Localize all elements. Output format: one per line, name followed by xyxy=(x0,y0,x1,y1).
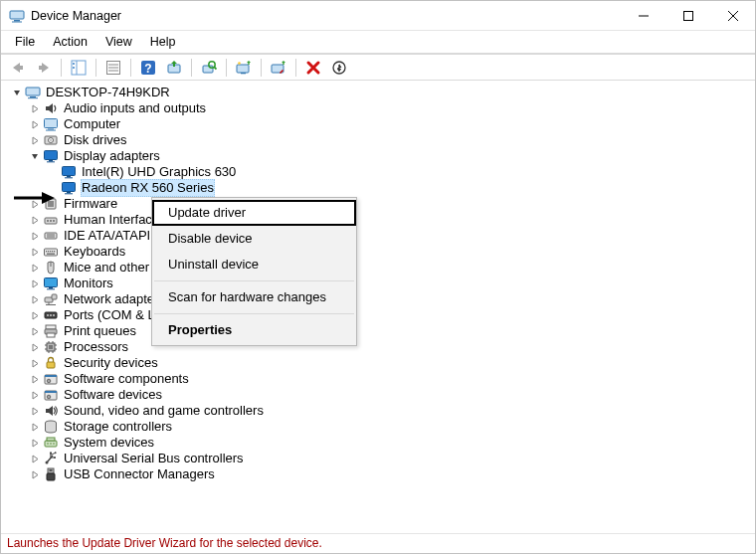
tree-category[interactable]: Disk drives xyxy=(11,132,751,148)
show-hide-tree-button[interactable] xyxy=(68,57,90,79)
tree-item-label: Software devices xyxy=(63,387,163,403)
svg-point-97 xyxy=(47,443,49,445)
svg-rect-102 xyxy=(50,453,52,455)
expand-toggle[interactable] xyxy=(29,246,41,258)
uninstall-device-button[interactable] xyxy=(302,57,324,79)
minimize-button[interactable] xyxy=(621,1,665,30)
ctx-update-driver[interactable]: Update driver xyxy=(152,200,356,226)
tree-category[interactable]: Keyboards xyxy=(11,244,751,260)
tree-item-label: Disk drives xyxy=(63,132,128,148)
tree-category[interactable]: Processors xyxy=(11,339,751,355)
expand-toggle[interactable] xyxy=(29,389,41,401)
tree-category[interactable]: Print queues xyxy=(11,323,751,339)
display-icon xyxy=(43,148,59,164)
expand-toggle[interactable] xyxy=(29,468,41,480)
help-button[interactable]: ? xyxy=(137,57,159,79)
tree-category[interactable]: Monitors xyxy=(11,276,751,291)
forward-button[interactable] xyxy=(33,57,55,79)
expand-toggle[interactable] xyxy=(29,277,41,289)
tree-category[interactable]: Ports (COM & LPT) xyxy=(11,307,751,323)
expand-toggle[interactable] xyxy=(29,198,41,210)
expand-toggle[interactable] xyxy=(29,214,41,226)
tree-category[interactable]: Audio inputs and outputs xyxy=(11,100,751,116)
menu-view[interactable]: View xyxy=(97,34,140,50)
tree-device[interactable]: Radeon RX 560 Series xyxy=(11,180,751,196)
forward-icon xyxy=(36,61,52,75)
svg-rect-33 xyxy=(46,130,56,131)
svg-point-49 xyxy=(47,220,49,222)
expand-toggle[interactable] xyxy=(29,293,41,305)
disable-device-button[interactable] xyxy=(268,57,289,79)
expand-toggle[interactable] xyxy=(29,421,41,433)
menu-action[interactable]: Action xyxy=(45,34,95,50)
svg-rect-28 xyxy=(26,88,40,95)
properties-button[interactable] xyxy=(102,57,124,79)
monitor-icon xyxy=(43,276,59,291)
svg-rect-41 xyxy=(67,176,71,177)
menu-file[interactable]: File xyxy=(7,34,43,50)
tree-root[interactable]: DESKTOP-74H9KDR xyxy=(11,85,751,100)
network-icon xyxy=(43,291,59,307)
more-actions-button[interactable] xyxy=(328,57,350,79)
expand-toggle[interactable] xyxy=(29,405,41,417)
usb-connector-icon xyxy=(43,466,59,482)
tree-category[interactable]: Software devices xyxy=(11,387,751,403)
expand-toggle[interactable] xyxy=(29,309,41,321)
expand-toggle[interactable] xyxy=(11,87,23,98)
expand-toggle[interactable] xyxy=(29,134,41,146)
tree-category[interactable]: Computer xyxy=(11,116,751,132)
scan-hardware-button[interactable] xyxy=(198,57,220,79)
tree-category[interactable]: Display adapters xyxy=(11,148,751,164)
expand-toggle[interactable] xyxy=(29,341,41,353)
svg-rect-104 xyxy=(47,473,55,480)
expand-toggle[interactable] xyxy=(29,262,41,274)
tree-category[interactable]: Sound, video and game controllers xyxy=(11,403,751,419)
tree-category[interactable]: Software components xyxy=(11,371,751,387)
tree-device[interactable]: Intel(R) UHD Graphics 630 xyxy=(11,164,751,180)
tree-category[interactable]: IDE ATA/ATAPI controllers xyxy=(11,228,751,244)
expand-toggle[interactable] xyxy=(29,230,41,242)
menu-help[interactable]: Help xyxy=(142,34,184,50)
tree-item-label: Universal Serial Bus controllers xyxy=(63,451,245,466)
maximize-button[interactable] xyxy=(665,1,710,30)
computer-icon xyxy=(43,116,59,132)
tree-category[interactable]: Security devices xyxy=(11,355,751,371)
add-legacy-button[interactable] xyxy=(233,57,255,79)
svg-rect-32 xyxy=(48,129,54,130)
expand-toggle[interactable] xyxy=(29,150,41,162)
expand-toggle[interactable] xyxy=(29,373,41,385)
close-button[interactable] xyxy=(710,1,755,30)
tree-category[interactable]: Storage controllers xyxy=(11,419,751,435)
tree-category[interactable]: System devices xyxy=(11,435,751,451)
expand-toggle[interactable] xyxy=(29,102,41,114)
svg-rect-30 xyxy=(28,97,38,98)
tree-category[interactable]: Universal Serial Bus controllers xyxy=(11,451,751,466)
menubar: File Action View Help xyxy=(1,31,755,53)
tree-category[interactable]: Network adapters xyxy=(11,291,751,307)
device-tree[interactable]: DESKTOP-74H9KDR Audio inputs and outputs… xyxy=(1,81,755,533)
tree-category[interactable]: Firmware xyxy=(11,196,751,212)
ctx-scan-hardware[interactable]: Scan for hardware changes xyxy=(152,284,356,310)
expand-toggle[interactable] xyxy=(29,437,41,449)
tree-item-label: Sound, video and game controllers xyxy=(63,403,265,419)
expand-toggle[interactable] xyxy=(29,453,41,464)
tree-category[interactable]: USB Connector Managers xyxy=(11,466,751,482)
tree-category[interactable]: Mice and other pointing devices xyxy=(11,260,751,276)
expand-toggle[interactable] xyxy=(29,325,41,337)
svg-rect-76 xyxy=(47,333,55,337)
ctx-uninstall-device[interactable]: Uninstall device xyxy=(152,252,356,277)
expand-toggle[interactable] xyxy=(29,357,41,369)
svg-rect-37 xyxy=(45,151,58,160)
maximize-icon xyxy=(683,11,693,21)
ctx-properties[interactable]: Properties xyxy=(152,317,356,343)
expand-toggle[interactable] xyxy=(29,118,41,130)
tree-category[interactable]: Human Interface Devices xyxy=(11,212,751,228)
tree-item-label: DESKTOP-74H9KDR xyxy=(45,85,171,100)
svg-rect-55 xyxy=(45,249,58,256)
svg-rect-45 xyxy=(65,193,73,194)
ctx-disable-device[interactable]: Disable device xyxy=(152,226,356,252)
update-driver-button[interactable] xyxy=(163,57,185,79)
computer-root-icon xyxy=(25,85,41,100)
svg-rect-52 xyxy=(45,233,57,239)
back-button[interactable] xyxy=(7,57,29,79)
